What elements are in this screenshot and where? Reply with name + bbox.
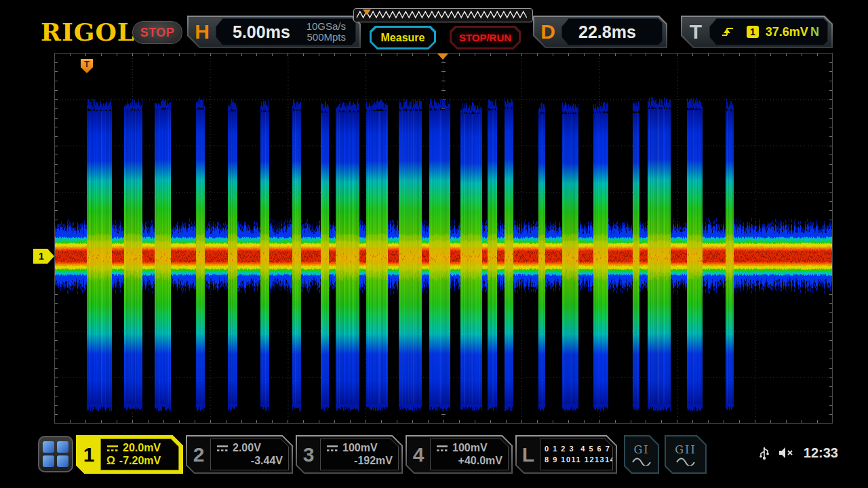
dc-coupling-icon (326, 445, 338, 452)
trigger-edge-icon (721, 26, 734, 37)
sine-wave-icon (675, 457, 696, 466)
channel-2-box[interactable]: 2 2.00V -3.44V (186, 435, 293, 474)
menu-grid-icon (57, 441, 68, 453)
channel-1-offset: -7.20mV (119, 455, 161, 468)
logic-channels-box[interactable]: L 0 1 2 3 4 5 6 7 8 9 1011 12131415 (515, 435, 617, 474)
logic-digits-row2: 8 9 1011 12131415 (545, 455, 608, 465)
menu-grid-icon (43, 441, 54, 453)
waveform-display[interactable] (54, 53, 833, 424)
sound-muted-icon[interactable] (778, 446, 795, 460)
delay-label: D (534, 20, 561, 43)
channel-4-box[interactable]: 4 100mV +40.0mV (406, 435, 513, 474)
delay-value: 22.8ms (578, 22, 636, 42)
run-state-badge: STOP (132, 21, 182, 44)
channel-4-scale: 100mV (452, 442, 488, 455)
horizontal-position-marker[interactable] (437, 54, 448, 60)
timebase-panel: 5.00ms 10GSa/s 500Mpts (216, 18, 356, 45)
timebase-value: 5.00ms (233, 22, 290, 42)
channel-1-number: 1 (77, 436, 100, 472)
acquisition-info: 10GSa/s 500Mpts (307, 21, 346, 43)
logic-label: L (517, 436, 540, 472)
horizontal-label: H (189, 20, 216, 43)
logic-digits-row1: 0 1 2 3 4 5 6 7 (545, 444, 608, 454)
menu-grid-icon (43, 455, 54, 467)
system-clock: 12:33 (804, 445, 838, 461)
channel-3-scale: 100mV (342, 442, 378, 455)
generator-2-label: GII (675, 443, 696, 456)
dc-coupling-icon (436, 445, 448, 452)
brand-logo: RIGOL (41, 18, 135, 46)
main-menu-button[interactable] (38, 436, 73, 472)
generator-1-label: GI (633, 443, 649, 456)
dc-coupling-icon (216, 445, 229, 452)
impedance-symbol: Ω (106, 455, 115, 468)
channel-1-box[interactable]: 1 20.0mV Ω -7.20mV (76, 435, 183, 474)
generator-2-button[interactable]: GII (665, 435, 707, 474)
delay-settings-box[interactable]: D 22.8ms (533, 16, 667, 48)
channel-4-offset: +40.0mV (458, 455, 502, 468)
overview-position-marker[interactable] (363, 9, 371, 15)
sine-wave-icon (631, 457, 652, 466)
trigger-level-value: 37.6mV (766, 25, 808, 39)
trigger-source-badge: 1 (747, 26, 759, 38)
channel-2-scale: 2.00V (233, 442, 261, 455)
measure-menu-button[interactable]: Measure (370, 26, 436, 49)
channel-3-box[interactable]: 3 100mV -192mV (296, 435, 403, 474)
channel1-level-marker[interactable]: 1 (33, 249, 54, 264)
channel-3-offset: -192mV (354, 455, 393, 468)
horizontal-settings-box[interactable]: H 5.00ms 10GSa/s 500Mpts (187, 16, 361, 48)
waveform-overview-strip[interactable] (353, 8, 533, 22)
overview-waveform-icon (354, 9, 530, 20)
trigger-label: T (682, 20, 709, 43)
channel-2-number: 2 (187, 436, 210, 472)
dc-coupling-icon (106, 445, 119, 452)
status-bar: 12:33 (759, 445, 838, 461)
menu-grid-icon (57, 455, 68, 467)
channel-1-scale: 20.0mV (123, 442, 161, 455)
usb-icon[interactable] (759, 445, 770, 461)
oscilloscope-screen: RIGOL STOP H 5.00ms 10GSa/s 500Mpts Meas… (0, 0, 868, 488)
trigger-settings-box[interactable]: T 1 37.6mV N (681, 16, 833, 48)
stop-run-button[interactable]: STOP/RUN (450, 26, 521, 49)
trigger-mode: N (810, 25, 819, 39)
channel-4-number: 4 (407, 436, 430, 472)
generator-1-button[interactable]: GI (624, 435, 659, 474)
channel-2-offset: -3.44V (251, 455, 283, 468)
channel-3-number: 3 (297, 436, 320, 472)
